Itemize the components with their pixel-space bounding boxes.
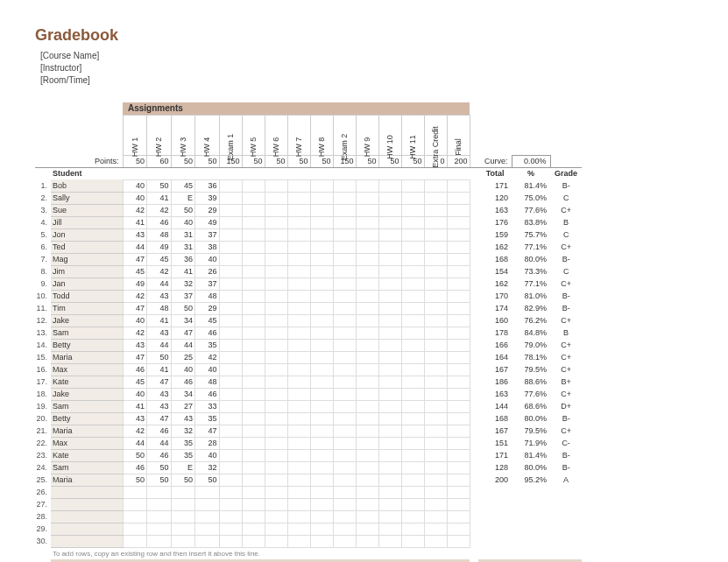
score-cell[interactable]	[378, 449, 401, 461]
score-cell[interactable]	[333, 437, 356, 449]
score-cell[interactable]	[310, 216, 333, 228]
score-cell[interactable]: 46	[123, 363, 147, 376]
score-cell[interactable]	[401, 277, 424, 290]
score-cell[interactable]	[401, 388, 424, 400]
score-cell[interactable]: 41	[147, 192, 172, 204]
score-cell[interactable]	[447, 241, 470, 253]
student-name[interactable]	[51, 535, 123, 547]
score-cell[interactable]	[356, 290, 378, 302]
score-cell[interactable]	[310, 376, 333, 388]
score-cell[interactable]	[219, 400, 242, 412]
score-cell[interactable]	[447, 290, 470, 302]
score-cell[interactable]	[447, 216, 470, 228]
score-cell[interactable]	[356, 265, 378, 277]
score-cell[interactable]	[447, 486, 470, 498]
score-cell[interactable]	[424, 449, 447, 461]
score-cell[interactable]	[147, 510, 172, 523]
score-cell[interactable]	[401, 253, 424, 265]
score-cell[interactable]: 41	[171, 265, 195, 277]
score-cell[interactable]	[219, 449, 242, 461]
score-cell[interactable]	[356, 498, 378, 510]
score-cell[interactable]: 40	[171, 216, 195, 228]
score-cell[interactable]	[287, 535, 310, 547]
score-cell[interactable]	[219, 425, 242, 437]
score-cell[interactable]	[447, 339, 470, 351]
score-cell[interactable]	[265, 302, 287, 314]
score-cell[interactable]	[265, 314, 287, 327]
score-cell[interactable]: 35	[195, 412, 220, 425]
score-cell[interactable]	[356, 523, 378, 535]
score-cell[interactable]	[356, 437, 378, 449]
score-cell[interactable]: 42	[123, 425, 147, 437]
score-cell[interactable]: 45	[195, 314, 220, 327]
score-cell[interactable]: 40	[123, 314, 147, 327]
score-cell[interactable]	[447, 523, 470, 535]
score-cell[interactable]	[219, 314, 242, 327]
score-cell[interactable]	[265, 265, 287, 277]
score-cell[interactable]	[378, 253, 401, 265]
student-name[interactable]: Betty	[51, 339, 123, 351]
score-cell[interactable]	[424, 314, 447, 327]
score-cell[interactable]	[401, 449, 424, 461]
score-cell[interactable]	[265, 461, 287, 474]
score-cell[interactable]	[401, 351, 424, 363]
score-cell[interactable]	[401, 425, 424, 437]
score-cell[interactable]	[287, 327, 310, 339]
score-cell[interactable]	[287, 302, 310, 314]
score-cell[interactable]	[424, 363, 447, 376]
score-cell[interactable]	[424, 437, 447, 449]
score-cell[interactable]	[401, 228, 424, 241]
score-cell[interactable]	[310, 314, 333, 327]
student-name[interactable]: Sam	[51, 327, 123, 339]
score-cell[interactable]	[265, 388, 287, 400]
score-cell[interactable]	[401, 265, 424, 277]
score-cell[interactable]	[401, 523, 424, 535]
student-name[interactable]: Maria	[51, 474, 123, 486]
score-cell[interactable]	[171, 535, 195, 547]
score-cell[interactable]	[287, 216, 310, 228]
score-cell[interactable]	[287, 253, 310, 265]
score-cell[interactable]	[378, 265, 401, 277]
score-cell[interactable]: 44	[147, 339, 172, 351]
score-cell[interactable]	[219, 412, 242, 425]
score-cell[interactable]: 48	[195, 290, 220, 302]
score-cell[interactable]	[310, 228, 333, 241]
score-cell[interactable]	[287, 339, 310, 351]
score-cell[interactable]	[287, 241, 310, 253]
score-cell[interactable]	[219, 351, 242, 363]
score-cell[interactable]	[356, 253, 378, 265]
score-cell[interactable]: 46	[195, 327, 220, 339]
score-cell[interactable]	[333, 400, 356, 412]
score-cell[interactable]	[219, 290, 242, 302]
score-cell[interactable]: 50	[147, 474, 172, 486]
score-cell[interactable]	[401, 400, 424, 412]
score-cell[interactable]	[333, 179, 356, 192]
score-cell[interactable]	[242, 302, 265, 314]
score-cell[interactable]: 31	[171, 241, 195, 253]
score-cell[interactable]	[287, 437, 310, 449]
score-cell[interactable]	[265, 400, 287, 412]
score-cell[interactable]	[447, 192, 470, 204]
score-cell[interactable]	[356, 412, 378, 425]
score-cell[interactable]	[219, 437, 242, 449]
score-cell[interactable]	[310, 425, 333, 437]
score-cell[interactable]: 45	[171, 179, 195, 192]
score-cell[interactable]	[333, 486, 356, 498]
score-cell[interactable]	[287, 412, 310, 425]
score-cell[interactable]: 45	[147, 253, 172, 265]
score-cell[interactable]	[265, 510, 287, 523]
score-cell[interactable]	[356, 192, 378, 204]
score-cell[interactable]	[310, 412, 333, 425]
score-cell[interactable]	[378, 461, 401, 474]
score-cell[interactable]	[265, 204, 287, 216]
score-cell[interactable]	[401, 474, 424, 486]
score-cell[interactable]	[265, 290, 287, 302]
score-cell[interactable]	[310, 253, 333, 265]
score-cell[interactable]	[356, 363, 378, 376]
score-cell[interactable]	[123, 510, 147, 523]
score-cell[interactable]	[356, 376, 378, 388]
score-cell[interactable]	[287, 498, 310, 510]
score-cell[interactable]	[424, 241, 447, 253]
score-cell[interactable]: 31	[171, 228, 195, 241]
score-cell[interactable]: 46	[123, 461, 147, 474]
